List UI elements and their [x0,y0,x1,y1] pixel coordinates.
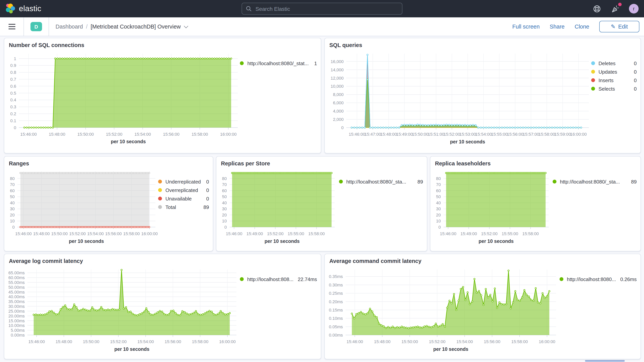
svg-text:40: 40 [436,200,441,205]
svg-text:12,000: 12,000 [331,76,344,80]
edit-button[interactable]: ✎ Edit [599,21,639,32]
help-icon[interactable] [592,4,602,14]
svg-text:15:49:00: 15:49:00 [396,132,413,137]
svg-text:15:50:00: 15:50:00 [402,339,418,344]
svg-text:80: 80 [10,176,15,181]
global-search[interactable] [242,3,402,15]
search-input[interactable] [255,5,398,12]
svg-text:15:52:00: 15:52:00 [106,132,122,137]
newsfeed-icon[interactable] [610,4,620,14]
legend-label: http://localhost:8080/_sta... [560,179,627,184]
legend-label: http://localhost:8080/_stat... [248,60,310,66]
legend-item[interactable]: Updates0 [591,68,637,76]
clone-button[interactable]: Clone [574,24,589,30]
svg-text:15:46:00: 15:46:00 [440,231,456,236]
panel-ranges: Ranges 0102030405060708015:46:0015:48:00… [4,156,213,251]
brand-name: elastic [19,4,41,13]
svg-text:15:58:00: 15:58:00 [522,231,539,236]
full-screen-button[interactable]: Full screen [512,24,540,30]
panel-number-of-sql-connections: Number of SQL connections 00.10.20.30.40… [4,38,321,154]
legend-item[interactable]: Inserts0 [591,76,637,84]
legend-label: Total [166,204,200,210]
svg-text:40: 40 [10,200,15,205]
svg-text:20: 20 [10,212,15,218]
svg-text:15:46:00: 15:46:00 [349,132,366,137]
share-button[interactable]: Share [550,24,564,30]
panel-title[interactable]: Average command commit latency [325,254,640,266]
legend-item[interactable]: Unavailable0 [158,194,209,203]
legend-value: 89 [418,179,423,184]
panel-title[interactable]: Number of SQL connections [4,38,321,50]
svg-text:15:46:00: 15:46:00 [28,339,45,344]
legend-item[interactable]: Selects0 [591,84,637,93]
legend-item[interactable]: http://localhost:8080/_sta...89 [339,177,423,186]
svg-text:15:49:00: 15:49:00 [246,231,263,236]
panel-title[interactable]: SQL queries [325,38,640,50]
space-badge[interactable]: D [30,22,42,31]
chart-average-command-commit-latency: 0.00ms0.05ms0.10ms0.15ms0.20ms0.25ms0.30… [325,266,558,359]
legend-value: 0 [206,179,209,184]
legend-item[interactable]: Underreplicated0 [158,177,209,186]
svg-text:45.00ms: 45.00ms [8,290,25,294]
svg-text:15:56:00: 15:56:00 [163,132,179,137]
svg-text:30: 30 [10,206,15,211]
notification-dot [618,2,622,6]
svg-text:30: 30 [222,206,227,211]
svg-text:1: 1 [14,56,16,61]
legend-value: 1 [314,60,317,66]
svg-text:per 10 seconds: per 10 seconds [69,238,104,244]
svg-text:0.20ms: 0.20ms [329,299,343,304]
svg-text:15:55:00: 15:55:00 [502,231,518,236]
svg-text:60: 60 [436,188,441,193]
legend-item[interactable]: http://localhost:8080...0.26ms [560,275,637,283]
svg-text:10: 10 [436,218,441,224]
svg-text:20.00ms: 20.00ms [8,314,25,318]
legend-item[interactable]: Deletes0 [591,59,637,68]
svg-text:15:56:00: 15:56:00 [165,339,181,344]
svg-text:15:48:00: 15:48:00 [56,339,72,344]
legend-item[interactable]: http://localhost:808...22.74ms [240,275,317,283]
svg-text:0.00ms: 0.00ms [329,333,343,338]
svg-text:15:50:00: 15:50:00 [412,132,429,137]
svg-text:15:53:00: 15:53:00 [460,132,476,137]
panel-title[interactable]: Replicas per Store [216,156,427,168]
legend-value: 0 [206,196,209,202]
legend-color-dot [158,180,162,184]
legend-color-dot [560,277,564,281]
legend-color-dot [158,188,162,192]
breadcrumb-dashboard-link[interactable]: Dashboard [56,24,83,30]
svg-text:15:48:00: 15:48:00 [380,132,397,137]
svg-text:50: 50 [222,194,227,199]
svg-text:16:00:00: 16:00:00 [570,132,587,137]
svg-text:15:55:00: 15:55:00 [288,231,304,236]
svg-text:60: 60 [222,188,227,193]
chart-legend: Underreplicated0Overreplicated0Unavailab… [158,168,213,251]
elastic-logo[interactable]: elastic [0,4,41,14]
svg-text:15:56:00: 15:56:00 [507,132,524,137]
panel-title[interactable]: Average log commit latency [4,254,321,266]
chart-replicas-per-store: 0102030405060708015:46:0015:49:0015:52:0… [216,168,337,251]
chevron-down-icon[interactable] [184,24,188,28]
panel-title[interactable]: Ranges [4,156,213,168]
chart-legend: http://localhost:8080/_sta...89 [339,168,427,251]
svg-text:15:50:00: 15:50:00 [83,339,100,344]
svg-text:0.10ms: 0.10ms [329,316,343,321]
legend-item[interactable]: http://localhost:8080/_stat...1 [240,59,317,68]
horizontal-scrollbar-thumb[interactable] [585,360,625,362]
menu-icon[interactable] [0,24,24,29]
legend-item[interactable]: http://localhost:8080/_sta...89 [552,177,637,186]
svg-text:80: 80 [436,176,441,181]
svg-text:0: 0 [224,225,227,230]
user-avatar[interactable]: r [629,4,638,14]
svg-text:15:58:00: 15:58:00 [538,132,555,137]
svg-text:15:52:00: 15:52:00 [444,132,460,137]
legend-color-dot [591,70,595,74]
svg-text:15:54:00: 15:54:00 [475,132,492,137]
legend-label: Updates [598,69,630,74]
legend-item[interactable]: Total89 [158,203,209,211]
legend-item[interactable]: Overreplicated0 [158,186,209,194]
svg-text:0.35ms: 0.35ms [329,274,343,279]
search-icon [246,6,252,12]
legend-label: Inserts [598,77,630,83]
panel-title[interactable]: Replica leaseholders [430,156,640,168]
